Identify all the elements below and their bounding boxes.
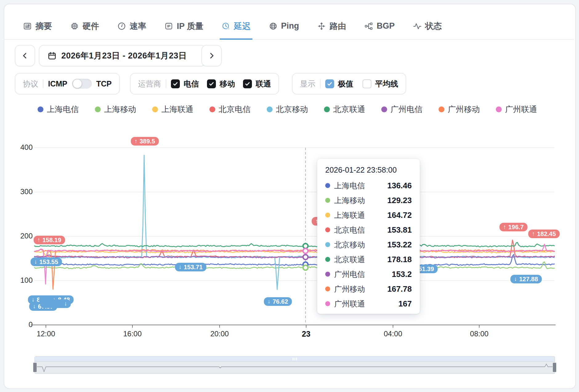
tab-rate[interactable]: 速率 <box>117 13 146 39</box>
protocol-option-icmp[interactable]: ICMP <box>48 79 67 88</box>
series-dot <box>325 213 330 218</box>
display-checkbox-1[interactable]: 平均线 <box>362 79 398 89</box>
checkbox-checked-icon <box>325 79 334 88</box>
display-checkbox-0[interactable]: 极值 <box>325 79 353 89</box>
display-label: 显示 <box>300 79 315 89</box>
tooltip-row: 上海联通164.72 <box>325 208 412 222</box>
tab-summary[interactable]: 摘要 <box>23 13 52 39</box>
legend-item-0[interactable]: 上海电信 <box>38 104 79 115</box>
min-value-badge: ↓127.88 <box>510 275 542 283</box>
ip-icon: IP <box>164 22 173 31</box>
tooltip-row: 上海电信136.46 <box>325 178 412 193</box>
badge-value: 196.7 <box>508 223 524 231</box>
min-value-badge: ↓ <box>40 299 71 308</box>
min-value-badge: ↓76.62 <box>264 297 292 306</box>
tab-latency[interactable]: 24延迟 <box>221 13 251 39</box>
y-axis-label-100: 100 <box>6 276 33 285</box>
series-name: 广州电信 <box>334 269 365 279</box>
series-name: 广州联通 <box>334 299 365 309</box>
tab-ip-quality[interactable]: IPIP 质量 <box>164 13 204 39</box>
protocol-label: 协议 <box>23 79 38 89</box>
legend-item-3[interactable]: 北京电信 <box>209 104 251 115</box>
legend-name: 上海移动 <box>104 104 136 115</box>
badge-value: 182.45 <box>537 230 556 238</box>
tab-status[interactable]: 状态 <box>413 13 442 39</box>
date-range-picker[interactable]: 2026年1月23日 - 2026年1月23日 <box>39 45 206 66</box>
tab-label: IP 质量 <box>177 21 204 32</box>
legend-dot <box>439 106 444 112</box>
datazoom-handle-right[interactable] <box>553 362 557 372</box>
carrier-checkbox-2[interactable]: 联通 <box>243 79 271 89</box>
legend-dot <box>496 106 502 112</box>
y-axis-label-0: 0 <box>6 320 33 329</box>
carrier-name: 电信 <box>184 79 199 89</box>
tooltip-rows: 上海电信136.46上海移动129.23上海联通164.72北京电信153.81… <box>325 178 412 311</box>
document-icon <box>23 22 32 31</box>
datazoom-move-strip[interactable] <box>35 357 555 362</box>
tooltip-row: 北京移动153.22 <box>325 237 412 252</box>
legend-dot <box>381 106 387 112</box>
x-axis-label: 16:00 <box>111 330 154 338</box>
date-range-text: 2026年1月23日 - 2026年1月23日 <box>61 50 187 61</box>
arrow-up-icon: ↑ <box>135 137 138 146</box>
legend-name: 上海联通 <box>161 104 193 115</box>
series-value: 167 <box>399 299 412 309</box>
svg-text:IP: IP <box>167 24 171 28</box>
legend-item-5[interactable]: 北京联通 <box>324 104 365 115</box>
series-name: 北京联通 <box>334 254 365 265</box>
series-value: 136.46 <box>387 181 412 190</box>
series-name: 北京移动 <box>334 240 365 250</box>
page: 摘要硬件速率IPIP 质量24延迟Ping路由BGP状态 2026年1月23日 … <box>0 0 579 392</box>
arrow-down-icon: ↓ <box>64 299 67 308</box>
max-value-badge: ↑158.19 <box>34 236 65 244</box>
tab-ping[interactable]: Ping <box>269 13 299 39</box>
legend-item-1[interactable]: 上海移动 <box>95 104 136 115</box>
datazoom-preview[interactable] <box>35 362 555 374</box>
tooltip-row: 广州移动167.78 <box>325 282 412 296</box>
next-day-button[interactable] <box>201 45 222 66</box>
carrier-checkbox-0[interactable]: 电信 <box>171 79 199 89</box>
protocol-option-tcp[interactable]: TCP <box>96 79 112 88</box>
series-dot <box>325 242 330 247</box>
series-name: 北京电信 <box>334 225 365 235</box>
y-axis-label-400: 400 <box>6 143 33 152</box>
legend-dot <box>209 106 215 112</box>
series-name: 上海联通 <box>334 210 365 220</box>
legend-dot <box>38 106 43 112</box>
max-value-badge: ↑196.7 <box>500 223 528 231</box>
tab-bar: 摘要硬件速率IPIP 质量24延迟Ping路由BGP状态 <box>4 13 574 39</box>
tab-label: 摘要 <box>35 21 52 32</box>
prev-day-button[interactable] <box>15 45 35 66</box>
display-option-name: 极值 <box>338 79 353 89</box>
legend-item-4[interactable]: 北京移动 <box>267 104 308 115</box>
x-axis-label: 23 <box>285 330 328 338</box>
checkbox-checked-icon <box>207 79 216 88</box>
chart-plot-area[interactable] <box>34 145 554 326</box>
tab-bgp[interactable]: BGP <box>364 13 395 39</box>
protocol-filter-group: 协议 ICMP TCP <box>15 73 120 94</box>
drag-grip-icon[interactable] <box>293 358 297 360</box>
series-name: 上海移动 <box>334 195 365 206</box>
checkbox-checked-icon <box>243 79 252 88</box>
series-dot <box>325 257 330 262</box>
arrow-down-icon: ↓ <box>514 275 517 283</box>
series-value: 164.72 <box>387 210 412 220</box>
badge-value: 158.19 <box>43 236 61 244</box>
datazoom-slider[interactable] <box>34 356 555 374</box>
series-dot <box>325 198 330 203</box>
legend-item-6[interactable]: 广州电信 <box>381 104 423 115</box>
badge-value: 153.55 <box>39 258 58 266</box>
datazoom-handle-left[interactable] <box>33 362 37 372</box>
tab-hardware[interactable]: 硬件 <box>70 13 99 39</box>
pulse-icon <box>413 22 422 31</box>
legend-item-7[interactable]: 广州移动 <box>439 104 480 115</box>
legend-item-2[interactable]: 上海联通 <box>152 104 193 115</box>
legend-item-8[interactable]: 广州联通 <box>496 104 537 115</box>
protocol-toggle[interactable] <box>72 79 92 89</box>
carrier-checkbox-1[interactable]: 移动 <box>207 79 235 89</box>
chart-legend: 上海电信上海移动上海联通北京电信北京移动北京联通广州电信广州移动广州联通 <box>0 104 579 118</box>
legend-dot <box>152 106 158 112</box>
legend-name: 北京移动 <box>276 104 308 115</box>
tab-label: 硬件 <box>83 21 99 32</box>
tab-route[interactable]: 路由 <box>317 13 346 39</box>
